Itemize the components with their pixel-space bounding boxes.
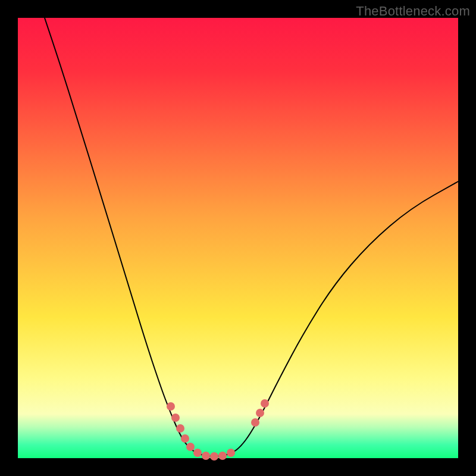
curve-marker [193, 449, 202, 457]
plot-area [18, 18, 458, 458]
curve-marker [227, 449, 235, 457]
curve-marker [261, 399, 269, 408]
curve-marker [210, 452, 218, 461]
curve-marker [186, 443, 195, 451]
bottleneck-curve [45, 18, 458, 456]
curve-marker [181, 434, 189, 443]
curve-markers [167, 399, 269, 461]
curve-svg [18, 18, 458, 458]
curve-marker [256, 409, 264, 417]
curve-marker [176, 424, 184, 433]
curve-marker [202, 452, 210, 460]
watermark-text: TheBottleneck.com [356, 4, 470, 19]
chart-frame: TheBottleneck.com [0, 0, 476, 476]
curve-marker [251, 418, 259, 427]
curve-marker [167, 402, 175, 411]
curve-marker [218, 452, 227, 460]
curve-marker [171, 414, 180, 422]
